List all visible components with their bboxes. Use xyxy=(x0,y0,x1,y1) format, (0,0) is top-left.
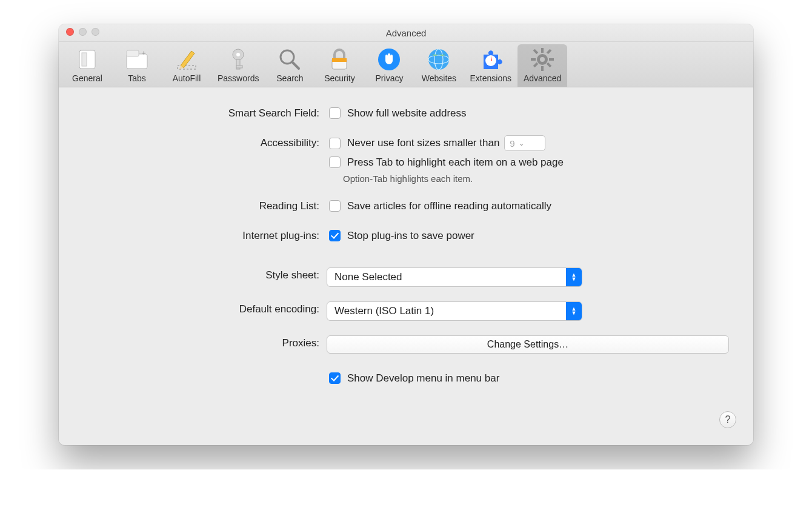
svg-point-32 xyxy=(540,57,545,62)
stop-plugins-checkbox[interactable] xyxy=(329,230,341,241)
press-tab-checkbox[interactable] xyxy=(329,156,341,168)
tab-security[interactable]: Security xyxy=(314,44,364,87)
min-font-size-text: Never use font sizes smaller than xyxy=(347,137,499,149)
svg-rect-31 xyxy=(533,62,538,67)
accessibility-label: Accessibility: xyxy=(83,135,327,149)
minimize-window-button[interactable] xyxy=(79,28,87,36)
tab-tabs[interactable]: + Tabs xyxy=(112,44,162,87)
svg-rect-28 xyxy=(533,49,538,54)
tab-label: Websites xyxy=(422,73,456,83)
svg-rect-29 xyxy=(547,62,551,67)
tab-privacy[interactable]: Privacy xyxy=(364,44,414,87)
svg-rect-27 xyxy=(549,58,554,61)
show-full-address-checkbox[interactable] xyxy=(329,107,341,119)
encoding-popup[interactable]: Western (ISO Latin 1) ▲▼ xyxy=(327,301,582,321)
svg-point-18 xyxy=(428,49,449,70)
preferences-window: Advanced General + Tabs AutoFill Pas xyxy=(59,24,753,445)
svg-rect-1 xyxy=(82,53,87,66)
stylesheet-popup[interactable]: None Selected ▲▼ xyxy=(327,267,582,287)
help-button[interactable]: ? xyxy=(719,411,736,428)
svg-line-13 xyxy=(293,62,299,69)
svg-text:+: + xyxy=(142,49,145,56)
tab-search[interactable]: Search xyxy=(265,44,314,87)
show-develop-option[interactable]: Show Develop menu in menu bar xyxy=(327,371,729,386)
svg-rect-25 xyxy=(541,66,544,71)
lock-icon xyxy=(327,47,352,72)
pencil-icon xyxy=(174,47,199,72)
window-controls xyxy=(66,28,99,36)
tab-label: Extensions xyxy=(470,73,511,83)
svg-point-9 xyxy=(236,53,240,56)
stylesheet-label: Style sheet: xyxy=(83,267,327,281)
show-develop-text: Show Develop menu in menu bar xyxy=(347,372,499,385)
save-offline-option[interactable]: Save articles for offline reading automa… xyxy=(327,198,729,213)
min-font-size-combo[interactable]: 9 ⌄ xyxy=(504,135,545,151)
tab-label: AutoFill xyxy=(173,73,201,83)
preferences-toolbar: General + Tabs AutoFill Passwords Search xyxy=(59,42,753,87)
encoding-value: Western (ISO Latin 1) xyxy=(327,305,441,317)
puzzle-icon xyxy=(478,47,504,72)
tab-extensions[interactable]: Extensions xyxy=(464,44,517,87)
smart-search-label: Smart Search Field: xyxy=(83,106,327,119)
tab-autofill[interactable]: AutoFill xyxy=(162,44,211,87)
save-offline-text: Save articles for offline reading automa… xyxy=(347,200,551,212)
tab-label: Security xyxy=(324,73,355,83)
zoom-window-button[interactable] xyxy=(92,28,99,36)
svg-rect-11 xyxy=(236,66,242,68)
svg-rect-15 xyxy=(332,58,347,62)
plugins-label: Internet plug-ins: xyxy=(83,228,327,242)
svg-rect-30 xyxy=(547,49,551,54)
press-tab-hint: Option-Tab highlights each item. xyxy=(327,173,729,184)
save-offline-checkbox[interactable] xyxy=(329,200,341,212)
window-title: Advanced xyxy=(386,28,427,38)
svg-rect-3 xyxy=(127,50,139,56)
press-tab-text: Press Tab to highlight each item on a we… xyxy=(347,156,564,169)
gear-icon xyxy=(530,47,555,72)
stop-plugins-option[interactable]: Stop plug-ins to save power xyxy=(327,228,729,243)
popup-arrows-icon: ▲▼ xyxy=(566,302,582,320)
globe-icon xyxy=(426,47,451,72)
min-font-size-value: 9 xyxy=(510,138,514,149)
proxies-label: Proxies: xyxy=(83,335,327,349)
key-icon xyxy=(225,47,251,72)
show-develop-checkbox[interactable] xyxy=(329,372,341,384)
min-font-size-checkbox[interactable] xyxy=(329,138,341,149)
tab-general[interactable]: General xyxy=(62,44,112,87)
hand-icon xyxy=(376,47,402,72)
chevron-down-icon: ⌄ xyxy=(519,139,524,147)
help-glyph: ? xyxy=(725,414,731,425)
stylesheet-value: None Selected xyxy=(327,271,410,283)
tab-websites[interactable]: Websites xyxy=(414,44,464,87)
change-settings-text: Change Settings… xyxy=(487,339,568,350)
stop-plugins-text: Stop plug-ins to save power xyxy=(347,230,474,242)
show-full-address-option[interactable]: Show full website address xyxy=(327,106,729,121)
svg-rect-24 xyxy=(541,48,544,53)
popup-arrows-icon: ▲▼ xyxy=(566,268,582,286)
tab-label: Tabs xyxy=(128,73,146,83)
tab-advanced[interactable]: Advanced xyxy=(517,44,567,87)
encoding-label: Default encoding: xyxy=(83,301,327,315)
tab-label: Passwords xyxy=(218,73,259,83)
advanced-pane: Smart Search Field: Show full website ad… xyxy=(59,87,753,445)
press-tab-option[interactable]: Press Tab to highlight each item on a we… xyxy=(327,155,729,170)
search-icon xyxy=(277,47,302,72)
reading-list-label: Reading List: xyxy=(83,198,327,212)
tab-passwords[interactable]: Passwords xyxy=(211,44,265,87)
spacer xyxy=(83,371,327,372)
tab-label: General xyxy=(72,73,102,83)
tab-label: Advanced xyxy=(524,73,561,83)
switch-icon xyxy=(75,47,100,72)
tabs-icon: + xyxy=(124,47,150,72)
close-window-button[interactable] xyxy=(66,28,74,36)
show-full-address-text: Show full website address xyxy=(347,107,467,119)
svg-rect-26 xyxy=(531,58,536,61)
min-font-size-option[interactable]: Never use font sizes smaller than 9 ⌄ xyxy=(327,135,729,151)
change-settings-button[interactable]: Change Settings… xyxy=(327,335,729,354)
tab-label: Search xyxy=(276,73,303,83)
title-bar: Advanced xyxy=(59,24,753,42)
tab-label: Privacy xyxy=(376,73,404,83)
